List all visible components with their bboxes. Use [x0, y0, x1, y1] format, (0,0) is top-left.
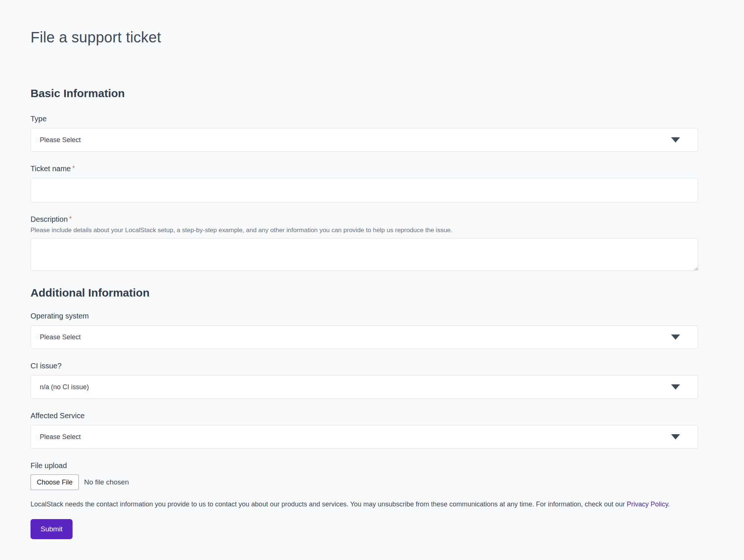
ticket-name-input[interactable]	[31, 178, 698, 202]
file-upload-control: Choose File No file chosen	[31, 474, 698, 490]
operating-system-select[interactable]: Please Select	[31, 325, 698, 349]
page-title: File a support ticket	[31, 29, 698, 46]
description-textarea[interactable]	[31, 238, 698, 271]
submit-button[interactable]: Submit	[31, 519, 73, 539]
required-asterisk: *	[69, 215, 72, 223]
description-helper-text: Please include details about your LocalS…	[31, 227, 698, 234]
caret-down-icon	[671, 137, 680, 143]
affected-service-label: Affected Service	[31, 412, 698, 420]
support-ticket-page: File a support ticket Basic Information …	[0, 0, 744, 560]
description-label: Description*	[31, 215, 698, 224]
type-select[interactable]: Please Select	[31, 128, 698, 152]
operating-system-select-value: Please Select	[40, 333, 671, 341]
privacy-notice-text: LocalStack needs the contact information…	[31, 500, 627, 508]
privacy-policy-link[interactable]: Privacy Policy.	[627, 500, 670, 508]
caret-down-icon	[671, 384, 680, 390]
ci-issue-select-value: n/a (no CI issue)	[40, 383, 671, 391]
privacy-notice: LocalStack needs the contact information…	[31, 500, 698, 509]
ci-issue-select[interactable]: n/a (no CI issue)	[31, 375, 698, 399]
choose-file-button[interactable]: Choose File	[31, 474, 79, 490]
section-heading-additional-information: Additional Information	[31, 287, 698, 299]
caret-down-icon	[671, 335, 680, 340]
file-upload-status: No file chosen	[84, 478, 129, 486]
operating-system-label: Operating system	[31, 312, 698, 320]
required-asterisk: *	[72, 164, 75, 172]
affected-service-select-value: Please Select	[40, 433, 671, 441]
ticket-name-label: Ticket name*	[31, 164, 698, 173]
section-heading-basic-information: Basic Information	[31, 87, 698, 100]
ci-issue-label: CI issue?	[31, 362, 698, 370]
type-label: Type	[31, 115, 698, 123]
affected-service-select[interactable]: Please Select	[31, 425, 698, 449]
caret-down-icon	[671, 434, 680, 439]
file-upload-label: File upload	[31, 461, 698, 470]
type-select-value: Please Select	[40, 136, 671, 144]
